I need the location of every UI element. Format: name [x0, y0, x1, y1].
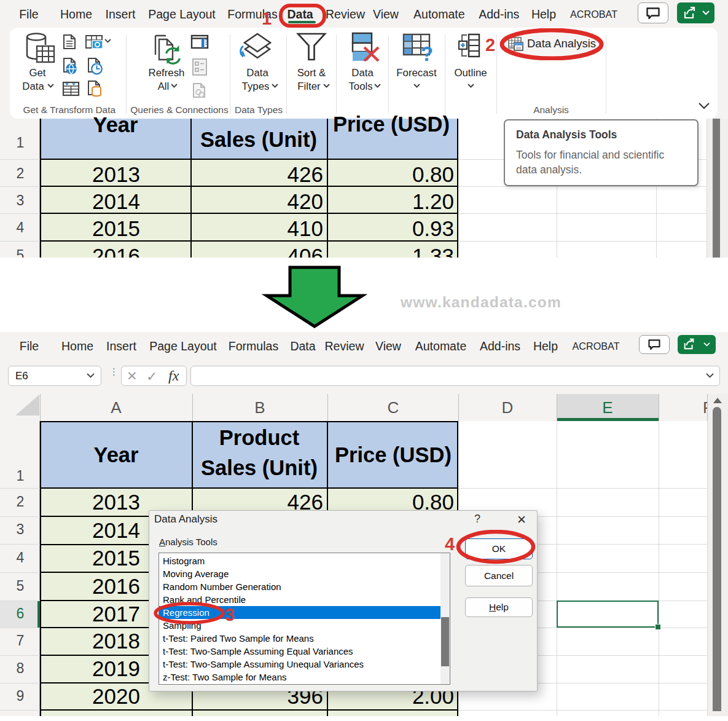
svg-text:?: ? [421, 42, 433, 64]
